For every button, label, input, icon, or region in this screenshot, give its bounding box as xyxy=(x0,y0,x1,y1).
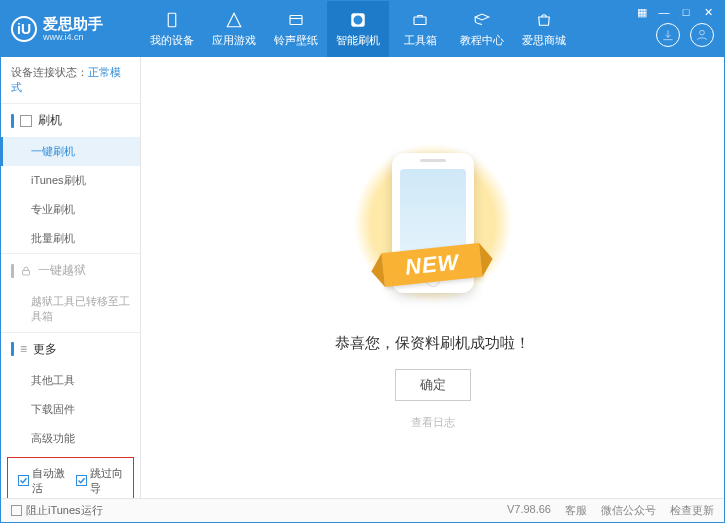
tools-icon xyxy=(411,11,429,29)
block-itunes-checkbox[interactable]: 阻止iTunes运行 xyxy=(11,503,103,518)
view-log-link[interactable]: 查看日志 xyxy=(411,415,455,430)
version-label: V7.98.66 xyxy=(507,503,551,518)
nav-tools[interactable]: 工具箱 xyxy=(389,1,451,57)
sidebar-section-jailbreak: 一键越狱 越狱工具已转移至工具箱 xyxy=(1,253,140,332)
tutorial-icon xyxy=(473,11,491,29)
more-icon: ≡ xyxy=(20,342,27,356)
sidebar-item-more-2[interactable]: 高级功能 xyxy=(1,424,140,453)
nav-apps[interactable]: 应用游戏 xyxy=(203,1,265,57)
apps-icon xyxy=(225,11,243,29)
jailbreak-note: 越狱工具已转移至工具箱 xyxy=(1,287,140,332)
sidebar-item-flash-2[interactable]: 专业刷机 xyxy=(1,195,140,224)
maximize-button[interactable]: □ xyxy=(678,5,694,19)
app-url: www.i4.cn xyxy=(43,32,103,42)
phone-icon xyxy=(20,115,32,127)
sidebar-item-more-0[interactable]: 其他工具 xyxy=(1,366,140,395)
auto-activate-checkbox[interactable]: 自动激活 xyxy=(18,466,66,496)
sidebar-item-flash-3[interactable]: 批量刷机 xyxy=(1,224,140,253)
svg-rect-1 xyxy=(290,15,302,24)
sidebar-item-more-1[interactable]: 下载固件 xyxy=(1,395,140,424)
store-icon xyxy=(535,11,553,29)
sidebar-header-jailbreak: 一键越狱 xyxy=(38,262,86,279)
device-icon xyxy=(163,11,181,29)
logo-icon: iU xyxy=(11,16,37,42)
logo: iU 爱思助手 www.i4.cn xyxy=(1,16,141,43)
svg-rect-3 xyxy=(414,17,426,25)
lock-icon xyxy=(20,265,32,277)
skip-guide-checkbox[interactable]: 跳过向导 xyxy=(76,466,124,496)
close-button[interactable]: ✕ xyxy=(700,5,716,19)
window-controls: ▦ — □ ✕ xyxy=(626,1,724,23)
nav-store[interactable]: 爱思商城 xyxy=(513,1,575,57)
confirm-button[interactable]: 确定 xyxy=(395,369,471,401)
svg-rect-0 xyxy=(168,13,176,27)
download-button[interactable] xyxy=(656,23,680,47)
footer: 阻止iTunes运行 V7.98.66客服微信公众号检查更新 xyxy=(1,498,724,522)
app-title: 爱思助手 xyxy=(43,16,103,33)
nav-flash[interactable]: 智能刷机 xyxy=(327,1,389,57)
footer-link-2[interactable]: 微信公众号 xyxy=(601,503,656,518)
connection-status: 设备连接状态：正常模式 xyxy=(1,57,140,103)
nav-device[interactable]: 我的设备 xyxy=(141,1,203,57)
menu-button[interactable]: ▦ xyxy=(634,5,650,19)
main-content: NEW 恭喜您，保资料刷机成功啦！ 确定 查看日志 xyxy=(141,57,724,500)
nav-tutorial[interactable]: 教程中心 xyxy=(451,1,513,57)
app-header: iU 爱思助手 www.i4.cn 我的设备应用游戏铃声壁纸智能刷机工具箱教程中… xyxy=(1,1,724,57)
sidebar-item-flash-1[interactable]: iTunes刷机 xyxy=(1,166,140,195)
sidebar-section-flash: 刷机 一键刷机iTunes刷机专业刷机批量刷机 xyxy=(1,103,140,253)
svg-rect-5 xyxy=(23,270,30,275)
sidebar: 设备连接状态：正常模式 刷机 一键刷机iTunes刷机专业刷机批量刷机 一键越狱… xyxy=(1,57,141,500)
footer-link-1[interactable]: 客服 xyxy=(565,503,587,518)
sidebar-header-flash: 刷机 xyxy=(38,112,62,129)
success-message: 恭喜您，保资料刷机成功啦！ xyxy=(335,334,530,353)
user-button[interactable] xyxy=(690,23,714,47)
success-illustration: NEW xyxy=(353,128,513,318)
sidebar-header-more: 更多 xyxy=(33,341,57,358)
minimize-button[interactable]: — xyxy=(656,5,672,19)
flash-icon xyxy=(349,11,367,29)
footer-link-3[interactable]: 检查更新 xyxy=(670,503,714,518)
sidebar-section-more: ≡更多 其他工具下载固件高级功能 xyxy=(1,332,140,453)
media-icon xyxy=(287,11,305,29)
svg-point-4 xyxy=(700,30,705,35)
nav-media[interactable]: 铃声壁纸 xyxy=(265,1,327,57)
sidebar-item-flash-0[interactable]: 一键刷机 xyxy=(1,137,140,166)
